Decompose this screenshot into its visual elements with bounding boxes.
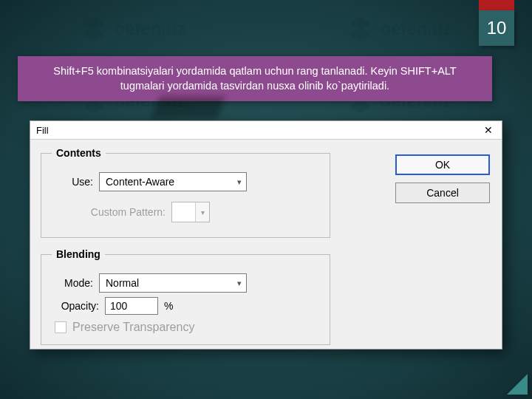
red-accent-tab [479, 0, 514, 10]
ok-button[interactable]: OK [395, 154, 490, 175]
mode-label: Mode: [52, 277, 93, 289]
preserve-transparency-label: Preserve Transparency [72, 321, 194, 334]
opacity-input[interactable] [105, 297, 158, 315]
opacity-label: Opacity: [52, 300, 99, 312]
slide-corner-decoration [507, 374, 528, 395]
mode-select[interactable]: Normal ▾ [99, 273, 247, 293]
cancel-button[interactable]: Cancel [395, 183, 490, 203]
use-label: Use: [52, 176, 93, 188]
blending-group: Blending Mode: Normal ▾ Opacity: % Prese… [41, 248, 330, 345]
page-number-tab: 10 [479, 0, 514, 46]
blending-legend: Blending [52, 248, 105, 260]
use-select[interactable]: Content-Aware ▾ [99, 172, 247, 191]
opacity-unit: % [164, 300, 173, 312]
custom-pattern-label: Custom Pattern: [77, 206, 166, 218]
fill-dialog: Fill ✕ Contents Use: Content-Aware ▾ Cus… [30, 120, 502, 349]
mode-value: Normal [106, 277, 139, 289]
close-icon[interactable]: ✕ [481, 124, 496, 136]
custom-pattern-picker: ▾ [171, 202, 210, 222]
dialog-titlebar[interactable]: Fill ✕ [30, 121, 502, 140]
page-number: 10 [479, 10, 514, 46]
preserve-transparency-checkbox [55, 321, 66, 333]
contents-legend: Contents [52, 147, 106, 159]
contents-group: Contents Use: Content-Aware ▾ Custom Pat… [41, 147, 330, 238]
pattern-swatch-icon [172, 202, 196, 222]
dialog-title: Fill [36, 125, 49, 136]
use-value: Content-Aware [106, 176, 174, 188]
caption-shadow [151, 96, 226, 118]
chevron-down-icon: ▾ [196, 208, 209, 216]
chevron-down-icon: ▾ [237, 177, 242, 187]
chevron-down-icon: ▾ [237, 279, 242, 288]
slide-caption: Shift+F5 kombinatsiyalari yordamida qatl… [18, 56, 492, 101]
